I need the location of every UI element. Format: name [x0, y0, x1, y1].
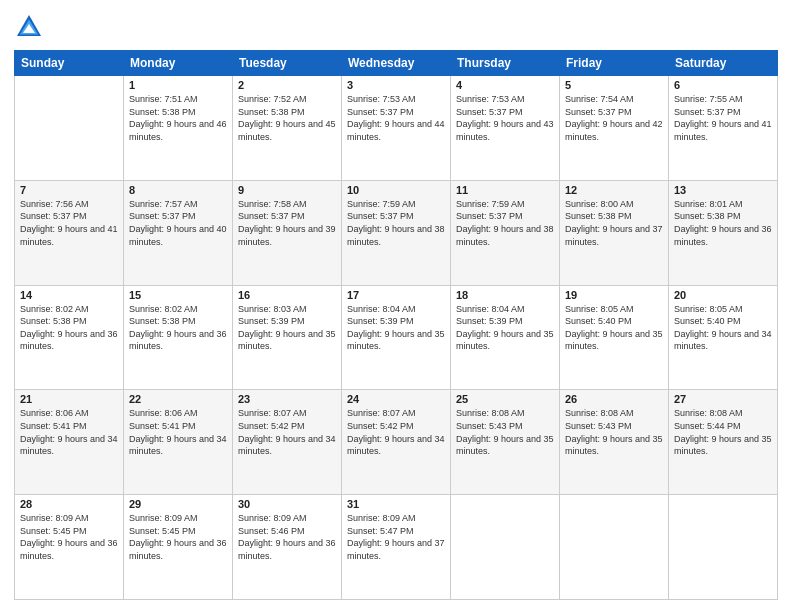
- day-number: 16: [238, 289, 336, 301]
- day-info: Sunrise: 7:52 AM Sunset: 5:38 PM Dayligh…: [238, 93, 336, 143]
- calendar-cell: [451, 495, 560, 600]
- day-info: Sunrise: 7:51 AM Sunset: 5:38 PM Dayligh…: [129, 93, 227, 143]
- calendar-cell: 3Sunrise: 7:53 AM Sunset: 5:37 PM Daylig…: [342, 76, 451, 181]
- calendar-cell: 5Sunrise: 7:54 AM Sunset: 5:37 PM Daylig…: [560, 76, 669, 181]
- day-number: 8: [129, 184, 227, 196]
- calendar-cell: 14Sunrise: 8:02 AM Sunset: 5:38 PM Dayli…: [15, 285, 124, 390]
- day-number: 27: [674, 393, 772, 405]
- day-info: Sunrise: 8:01 AM Sunset: 5:38 PM Dayligh…: [674, 198, 772, 248]
- day-number: 7: [20, 184, 118, 196]
- day-number: 21: [20, 393, 118, 405]
- day-number: 10: [347, 184, 445, 196]
- weekday-header: Tuesday: [233, 51, 342, 76]
- weekday-header-row: SundayMondayTuesdayWednesdayThursdayFrid…: [15, 51, 778, 76]
- day-number: 15: [129, 289, 227, 301]
- calendar-cell: 20Sunrise: 8:05 AM Sunset: 5:40 PM Dayli…: [669, 285, 778, 390]
- day-info: Sunrise: 8:08 AM Sunset: 5:43 PM Dayligh…: [565, 407, 663, 457]
- calendar-cell: 21Sunrise: 8:06 AM Sunset: 5:41 PM Dayli…: [15, 390, 124, 495]
- calendar-cell: 12Sunrise: 8:00 AM Sunset: 5:38 PM Dayli…: [560, 180, 669, 285]
- day-info: Sunrise: 8:03 AM Sunset: 5:39 PM Dayligh…: [238, 303, 336, 353]
- calendar-cell: 27Sunrise: 8:08 AM Sunset: 5:44 PM Dayli…: [669, 390, 778, 495]
- calendar-page: SundayMondayTuesdayWednesdayThursdayFrid…: [0, 0, 792, 612]
- calendar-cell: 31Sunrise: 8:09 AM Sunset: 5:47 PM Dayli…: [342, 495, 451, 600]
- weekday-header: Monday: [124, 51, 233, 76]
- calendar-week-row: 1Sunrise: 7:51 AM Sunset: 5:38 PM Daylig…: [15, 76, 778, 181]
- day-number: 4: [456, 79, 554, 91]
- logo-icon: [14, 12, 44, 42]
- calendar-cell: 4Sunrise: 7:53 AM Sunset: 5:37 PM Daylig…: [451, 76, 560, 181]
- day-number: 20: [674, 289, 772, 301]
- day-info: Sunrise: 7:59 AM Sunset: 5:37 PM Dayligh…: [456, 198, 554, 248]
- day-info: Sunrise: 8:09 AM Sunset: 5:45 PM Dayligh…: [20, 512, 118, 562]
- day-info: Sunrise: 7:53 AM Sunset: 5:37 PM Dayligh…: [347, 93, 445, 143]
- day-info: Sunrise: 7:54 AM Sunset: 5:37 PM Dayligh…: [565, 93, 663, 143]
- day-number: 24: [347, 393, 445, 405]
- calendar-cell: 1Sunrise: 7:51 AM Sunset: 5:38 PM Daylig…: [124, 76, 233, 181]
- day-number: 1: [129, 79, 227, 91]
- calendar-cell: 28Sunrise: 8:09 AM Sunset: 5:45 PM Dayli…: [15, 495, 124, 600]
- day-number: 18: [456, 289, 554, 301]
- calendar-week-row: 14Sunrise: 8:02 AM Sunset: 5:38 PM Dayli…: [15, 285, 778, 390]
- day-info: Sunrise: 8:04 AM Sunset: 5:39 PM Dayligh…: [347, 303, 445, 353]
- day-number: 9: [238, 184, 336, 196]
- day-info: Sunrise: 8:07 AM Sunset: 5:42 PM Dayligh…: [238, 407, 336, 457]
- calendar-cell: 16Sunrise: 8:03 AM Sunset: 5:39 PM Dayli…: [233, 285, 342, 390]
- day-info: Sunrise: 8:05 AM Sunset: 5:40 PM Dayligh…: [674, 303, 772, 353]
- day-info: Sunrise: 8:09 AM Sunset: 5:46 PM Dayligh…: [238, 512, 336, 562]
- calendar-cell: 7Sunrise: 7:56 AM Sunset: 5:37 PM Daylig…: [15, 180, 124, 285]
- day-number: 22: [129, 393, 227, 405]
- weekday-header: Thursday: [451, 51, 560, 76]
- calendar-cell: 24Sunrise: 8:07 AM Sunset: 5:42 PM Dayli…: [342, 390, 451, 495]
- day-number: 13: [674, 184, 772, 196]
- calendar-cell: 25Sunrise: 8:08 AM Sunset: 5:43 PM Dayli…: [451, 390, 560, 495]
- calendar-cell: 19Sunrise: 8:05 AM Sunset: 5:40 PM Dayli…: [560, 285, 669, 390]
- day-number: 14: [20, 289, 118, 301]
- calendar-cell: 11Sunrise: 7:59 AM Sunset: 5:37 PM Dayli…: [451, 180, 560, 285]
- day-number: 25: [456, 393, 554, 405]
- day-number: 2: [238, 79, 336, 91]
- calendar-week-row: 28Sunrise: 8:09 AM Sunset: 5:45 PM Dayli…: [15, 495, 778, 600]
- calendar-cell: 26Sunrise: 8:08 AM Sunset: 5:43 PM Dayli…: [560, 390, 669, 495]
- day-info: Sunrise: 8:09 AM Sunset: 5:47 PM Dayligh…: [347, 512, 445, 562]
- day-number: 17: [347, 289, 445, 301]
- logo: [14, 12, 48, 42]
- day-number: 12: [565, 184, 663, 196]
- weekday-header: Friday: [560, 51, 669, 76]
- day-number: 26: [565, 393, 663, 405]
- day-info: Sunrise: 8:08 AM Sunset: 5:43 PM Dayligh…: [456, 407, 554, 457]
- calendar-cell: [560, 495, 669, 600]
- day-number: 31: [347, 498, 445, 510]
- day-info: Sunrise: 8:04 AM Sunset: 5:39 PM Dayligh…: [456, 303, 554, 353]
- calendar-cell: 22Sunrise: 8:06 AM Sunset: 5:41 PM Dayli…: [124, 390, 233, 495]
- day-number: 30: [238, 498, 336, 510]
- day-info: Sunrise: 8:05 AM Sunset: 5:40 PM Dayligh…: [565, 303, 663, 353]
- header: [14, 12, 778, 42]
- day-number: 19: [565, 289, 663, 301]
- calendar-cell: 2Sunrise: 7:52 AM Sunset: 5:38 PM Daylig…: [233, 76, 342, 181]
- day-number: 28: [20, 498, 118, 510]
- weekday-header: Sunday: [15, 51, 124, 76]
- calendar-cell: 23Sunrise: 8:07 AM Sunset: 5:42 PM Dayli…: [233, 390, 342, 495]
- calendar-cell: 30Sunrise: 8:09 AM Sunset: 5:46 PM Dayli…: [233, 495, 342, 600]
- day-info: Sunrise: 8:07 AM Sunset: 5:42 PM Dayligh…: [347, 407, 445, 457]
- day-number: 3: [347, 79, 445, 91]
- day-number: 11: [456, 184, 554, 196]
- calendar-week-row: 21Sunrise: 8:06 AM Sunset: 5:41 PM Dayli…: [15, 390, 778, 495]
- day-info: Sunrise: 8:06 AM Sunset: 5:41 PM Dayligh…: [20, 407, 118, 457]
- day-info: Sunrise: 8:02 AM Sunset: 5:38 PM Dayligh…: [129, 303, 227, 353]
- day-number: 29: [129, 498, 227, 510]
- day-info: Sunrise: 7:53 AM Sunset: 5:37 PM Dayligh…: [456, 93, 554, 143]
- calendar-cell: 13Sunrise: 8:01 AM Sunset: 5:38 PM Dayli…: [669, 180, 778, 285]
- day-info: Sunrise: 8:06 AM Sunset: 5:41 PM Dayligh…: [129, 407, 227, 457]
- day-info: Sunrise: 7:59 AM Sunset: 5:37 PM Dayligh…: [347, 198, 445, 248]
- day-info: Sunrise: 8:09 AM Sunset: 5:45 PM Dayligh…: [129, 512, 227, 562]
- day-info: Sunrise: 7:57 AM Sunset: 5:37 PM Dayligh…: [129, 198, 227, 248]
- calendar-cell: 17Sunrise: 8:04 AM Sunset: 5:39 PM Dayli…: [342, 285, 451, 390]
- calendar-week-row: 7Sunrise: 7:56 AM Sunset: 5:37 PM Daylig…: [15, 180, 778, 285]
- calendar-cell: [15, 76, 124, 181]
- day-number: 23: [238, 393, 336, 405]
- day-info: Sunrise: 7:58 AM Sunset: 5:37 PM Dayligh…: [238, 198, 336, 248]
- calendar-cell: [669, 495, 778, 600]
- day-info: Sunrise: 8:00 AM Sunset: 5:38 PM Dayligh…: [565, 198, 663, 248]
- weekday-header: Wednesday: [342, 51, 451, 76]
